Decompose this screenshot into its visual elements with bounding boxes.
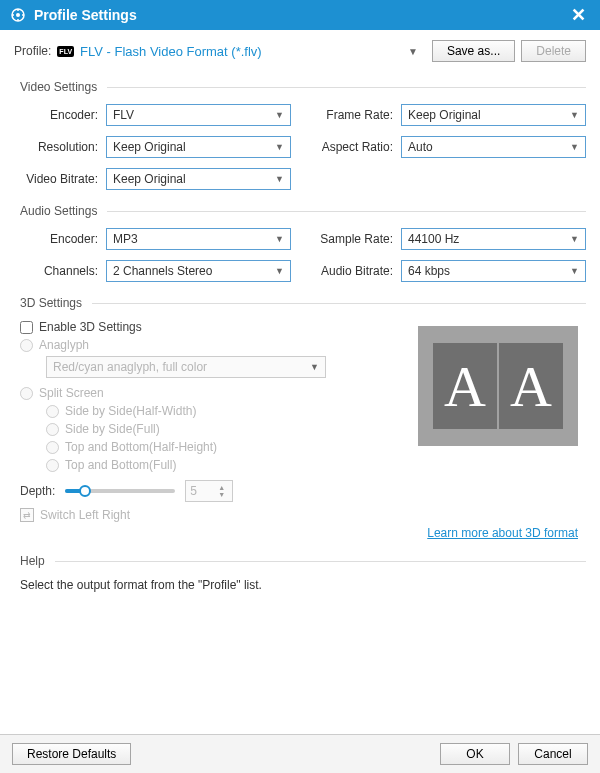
audio-settings-section: Audio Settings Encoder: MP3▼ Sample Rate… xyxy=(14,204,586,282)
section-title-3d: 3D Settings xyxy=(20,296,586,310)
preview-letter-left: A xyxy=(433,343,497,429)
frame-rate-dropdown[interactable]: Keep Original▼ xyxy=(401,104,586,126)
tb-full-label: Top and Bottom(Full) xyxy=(65,458,176,472)
chevron-down-icon[interactable]: ▼ xyxy=(400,46,426,57)
channels-label: Channels: xyxy=(14,264,106,278)
profile-row: Profile: FLV FLV - Flash Video Format (*… xyxy=(14,40,586,62)
audio-encoder-dropdown[interactable]: MP3▼ xyxy=(106,228,291,250)
sbs-half-input xyxy=(46,405,59,418)
svg-point-5 xyxy=(12,14,14,16)
section-title-video: Video Settings xyxy=(20,80,586,94)
chevron-down-icon: ▼ xyxy=(275,174,284,184)
switch-left-right-row: ⇄ Switch Left Right xyxy=(20,508,586,522)
anaglyph-mode-dropdown: Red/cyan anaglyph, full color▼ xyxy=(46,356,326,378)
svg-point-3 xyxy=(22,14,24,16)
video-settings-section: Video Settings Encoder: FLV▼ Frame Rate:… xyxy=(14,80,586,190)
help-section: Help Select the output format from the "… xyxy=(14,554,586,592)
split-screen-label: Split Screen xyxy=(39,386,104,400)
restore-defaults-button[interactable]: Restore Defaults xyxy=(12,743,131,765)
spinner-arrows-icon: ▲▼ xyxy=(218,481,230,501)
section-title-audio: Audio Settings xyxy=(20,204,586,218)
depth-spinner: 5 ▲▼ xyxy=(185,480,233,502)
svg-point-4 xyxy=(17,19,19,21)
audio-bitrate-label: Audio Bitrate: xyxy=(309,264,401,278)
resolution-dropdown[interactable]: Keep Original▼ xyxy=(106,136,291,158)
sbs-full-input xyxy=(46,423,59,436)
channels-dropdown[interactable]: 2 Channels Stereo▼ xyxy=(106,260,291,282)
window-title: Profile Settings xyxy=(34,7,137,23)
split-screen-radio-input xyxy=(20,387,33,400)
3d-preview-box: A A xyxy=(418,326,578,446)
chevron-down-icon: ▼ xyxy=(570,234,579,244)
frame-rate-label: Frame Rate: xyxy=(309,108,401,122)
chevron-down-icon: ▼ xyxy=(275,142,284,152)
aspect-ratio-label: Aspect Ratio: xyxy=(309,140,401,154)
tb-full-radio: Top and Bottom(Full) xyxy=(46,458,586,472)
app-icon xyxy=(10,7,26,23)
titlebar: Profile Settings ✕ xyxy=(0,0,600,30)
video-bitrate-dropdown[interactable]: Keep Original▼ xyxy=(106,168,291,190)
aspect-ratio-dropdown[interactable]: Auto▼ xyxy=(401,136,586,158)
resolution-label: Resolution: xyxy=(14,140,106,154)
slider-thumb[interactable] xyxy=(79,485,91,497)
depth-slider[interactable] xyxy=(65,484,175,498)
svg-point-1 xyxy=(16,13,20,17)
enable-3d-label: Enable 3D Settings xyxy=(39,320,142,334)
tb-half-input xyxy=(46,441,59,454)
sample-rate-label: Sample Rate: xyxy=(309,232,401,246)
profile-label: Profile: xyxy=(14,44,51,58)
footer: Restore Defaults OK Cancel xyxy=(0,734,600,773)
profile-dropdown[interactable]: FLV - Flash Video Format (*.flv) xyxy=(80,44,394,59)
section-title-help: Help xyxy=(20,554,586,568)
cancel-button[interactable]: Cancel xyxy=(518,743,588,765)
audio-bitrate-dropdown[interactable]: 64 kbps▼ xyxy=(401,260,586,282)
chevron-down-icon: ▼ xyxy=(310,362,319,372)
sbs-full-label: Side by Side(Full) xyxy=(65,422,160,436)
save-as-button[interactable]: Save as... xyxy=(432,40,515,62)
learn-more-3d-link[interactable]: Learn more about 3D format xyxy=(427,526,578,540)
chevron-down-icon: ▼ xyxy=(570,266,579,276)
tb-half-label: Top and Bottom(Half-Height) xyxy=(65,440,217,454)
sample-rate-dropdown[interactable]: 44100 Hz▼ xyxy=(401,228,586,250)
audio-encoder-label: Encoder: xyxy=(14,232,106,246)
ok-button[interactable]: OK xyxy=(440,743,510,765)
anaglyph-radio-input xyxy=(20,339,33,352)
depth-value: 5 xyxy=(190,484,197,498)
delete-button: Delete xyxy=(521,40,586,62)
switch-icon: ⇄ xyxy=(20,508,34,522)
chevron-down-icon: ▼ xyxy=(275,110,284,120)
video-encoder-label: Encoder: xyxy=(14,108,106,122)
sbs-half-label: Side by Side(Half-Width) xyxy=(65,404,196,418)
close-icon[interactable]: ✕ xyxy=(567,4,590,26)
video-encoder-dropdown[interactable]: FLV▼ xyxy=(106,104,291,126)
flv-format-icon: FLV xyxy=(57,46,74,57)
enable-3d-input[interactable] xyxy=(20,321,33,334)
anaglyph-label: Anaglyph xyxy=(39,338,89,352)
depth-row: Depth: 5 ▲▼ xyxy=(20,480,586,502)
svg-point-2 xyxy=(17,9,19,11)
switch-left-right-label: Switch Left Right xyxy=(40,508,130,522)
chevron-down-icon: ▼ xyxy=(275,266,284,276)
video-bitrate-label: Video Bitrate: xyxy=(14,172,106,186)
preview-letter-right: A xyxy=(499,343,563,429)
chevron-down-icon: ▼ xyxy=(570,110,579,120)
tb-full-input xyxy=(46,459,59,472)
chevron-down-icon: ▼ xyxy=(275,234,284,244)
depth-label: Depth: xyxy=(20,484,55,498)
3d-settings-section: 3D Settings A A Enable 3D Settings Anagl… xyxy=(14,296,586,540)
help-text: Select the output format from the "Profi… xyxy=(20,578,586,592)
chevron-down-icon: ▼ xyxy=(570,142,579,152)
